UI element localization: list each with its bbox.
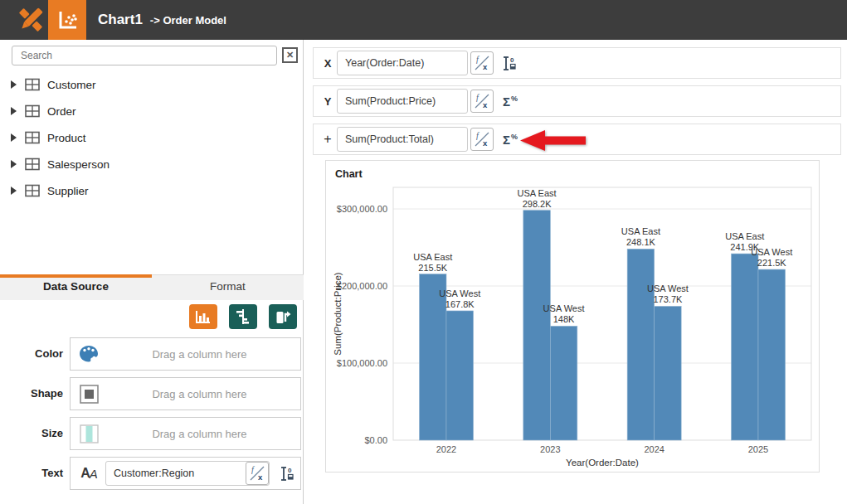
text-format-icon: AA — [79, 463, 99, 483]
text-dropzone[interactable]: AA Customer:Region fx 0 — [70, 457, 301, 490]
bar-series-label: USA East — [413, 252, 452, 262]
y-axis-label: Y — [320, 95, 335, 108]
app-header: Chart1 -> Order Model — [0, 0, 847, 40]
tree-item-label: Customer — [47, 79, 96, 91]
bar-usa-west-2025[interactable] — [758, 269, 786, 440]
tree-caret-icon[interactable] — [11, 133, 17, 142]
chart-type-buttons — [0, 304, 304, 331]
size-icon — [79, 424, 99, 443]
shape-label: Shape — [0, 377, 63, 410]
bar-series-label: USA West — [439, 288, 480, 298]
page-title: Chart1 — [98, 12, 143, 28]
bar-series-label: USA West — [751, 247, 792, 257]
shape-dropzone[interactable]: Drag a column here — [70, 377, 301, 410]
y-tick-label: $0.00 — [364, 435, 387, 445]
tree-item-supplier[interactable]: Supplier — [0, 177, 304, 204]
tree-item-product[interactable]: Product — [0, 124, 304, 151]
tree-item-customer[interactable]: Customer — [0, 71, 304, 98]
tree-item-order[interactable]: Order — [0, 98, 304, 124]
tab-data-source[interactable]: Data Source — [0, 275, 152, 300]
color-dropzone[interactable]: Drag a column here — [70, 337, 301, 371]
bar-value-label: 248.1K — [626, 237, 656, 247]
palette-icon — [79, 344, 99, 364]
y-tick-label: $100,000.00 — [337, 358, 387, 368]
svg-text:x: x — [258, 472, 263, 482]
tab-format[interactable]: Format — [152, 275, 304, 300]
x-tick-label: 2024 — [644, 444, 664, 454]
page-subtitle: -> Order Model — [150, 14, 226, 27]
bar-usa-east-2023[interactable] — [523, 211, 551, 440]
bar-series-label: USA West — [647, 284, 689, 293]
svg-text:x: x — [483, 138, 488, 148]
add-measure-field[interactable]: Sum(Product:Total) — [337, 127, 468, 152]
x-axis-title: Year(Order:Date) — [566, 458, 639, 468]
sort-icon[interactable]: 0 — [503, 56, 516, 71]
size-dropzone[interactable]: Drag a column here — [70, 417, 301, 450]
search-close-icon[interactable]: ✕ — [282, 47, 298, 63]
svg-text:x: x — [483, 100, 488, 109]
tree-caret-icon[interactable] — [11, 107, 17, 115]
svg-text:f: f — [251, 465, 255, 474]
bar-value-label: 167.8K — [445, 299, 475, 309]
x-tick-label: 2022 — [436, 444, 456, 454]
tree-item-salesperson[interactable]: Salesperson — [0, 151, 304, 177]
size-label: Size — [0, 417, 63, 450]
tree-item-label: Product — [47, 132, 86, 144]
formula-fx-icon[interactable]: fx — [470, 90, 494, 113]
bar-series-label: USA East — [725, 231, 764, 241]
bar-usa-west-2022[interactable] — [446, 311, 474, 440]
bar-value-label: 215.5K — [418, 263, 448, 273]
svg-text:f: f — [476, 55, 479, 64]
bar-usa-west-2023[interactable] — [550, 326, 577, 440]
bar-usa-west-2024[interactable] — [655, 306, 682, 440]
y-axis-title: Sum(Product:Price) — [333, 272, 343, 356]
chart-canvas[interactable]: $0.00$100,000.00$200,000.00$300,000.00US… — [326, 161, 820, 473]
drop-placeholder: Drag a column here — [99, 428, 300, 440]
tree-item-label: Salesperson — [47, 158, 110, 171]
bar-series-label: USA East — [621, 226, 660, 236]
tree-item-label: Order — [47, 105, 76, 118]
add-measure-value: Sum(Product:Total) — [338, 133, 434, 145]
search-input[interactable] — [12, 46, 277, 65]
add-measure-label: + — [320, 132, 335, 147]
x-axis-label: X — [320, 57, 335, 70]
x-axis-field[interactable]: Year(Order:Date) — [337, 51, 468, 75]
bar-series-label: USA East — [518, 188, 557, 198]
shape-binding-row: Shape Drag a column here — [0, 377, 304, 410]
bar-chart-button[interactable] — [189, 304, 217, 329]
formula-fx-icon[interactable]: fx — [470, 128, 494, 151]
bar-value-label: 148K — [553, 314, 575, 324]
size-binding-row: Size Drag a column here — [0, 417, 304, 450]
y-tick-label: $200,000.00 — [337, 281, 387, 291]
formula-fx-icon[interactable]: fx — [246, 462, 269, 485]
text-binding-field[interactable]: Customer:Region fx — [105, 461, 270, 486]
bar-chart-button-icon — [195, 309, 212, 324]
sigma-percent-icon[interactable]: Σ% — [503, 94, 518, 109]
bar-value-label: 221.5K — [757, 258, 787, 268]
bar-usa-east-2022[interactable] — [420, 274, 447, 440]
bar-usa-east-2025[interactable] — [731, 254, 758, 440]
y-axis-value: Sum(Product:Price) — [338, 95, 436, 107]
chart-tile-icon[interactable] — [48, 0, 86, 40]
text-binding-value: Customer:Region — [106, 468, 246, 479]
x-axis-row: X Year(Order:Date) fx 0 — [313, 47, 841, 79]
tree-caret-icon[interactable] — [11, 187, 17, 195]
tree-item-label: Supplier — [47, 185, 89, 197]
tornado-chart-button[interactable] — [229, 304, 257, 329]
sigma-percent-icon[interactable]: Σ% — [503, 133, 518, 147]
text-binding-row: Text AA Customer:Region fx 0 — [0, 457, 304, 490]
tree-caret-icon[interactable] — [11, 80, 17, 89]
rotate-chart-button[interactable] — [269, 304, 297, 329]
color-binding-row: Color Drag a column here — [0, 337, 304, 371]
table-grid-icon — [25, 131, 40, 144]
formula-fx-icon[interactable]: fx — [470, 51, 494, 75]
sidebar-tabs: Data Source Format — [0, 274, 304, 300]
table-grid-icon — [25, 104, 40, 118]
bar-usa-east-2024[interactable] — [627, 249, 655, 440]
tree-caret-icon[interactable] — [11, 160, 17, 168]
sort-icon[interactable]: 0 — [280, 466, 294, 482]
shape-icon — [79, 384, 99, 404]
svg-text:x: x — [483, 62, 488, 71]
logo-icon — [17, 7, 45, 33]
y-axis-field[interactable]: Sum(Product:Price) — [337, 89, 468, 114]
